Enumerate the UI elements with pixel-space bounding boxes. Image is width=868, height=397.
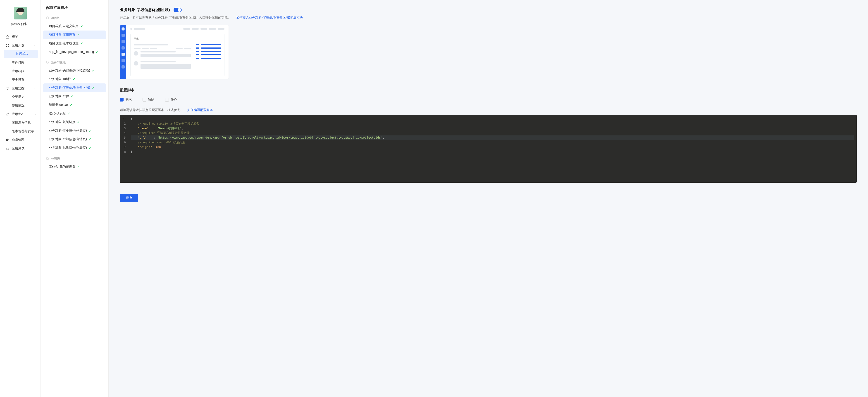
checkbox-icon [165,98,169,101]
cfg-biz-attach[interactable]: 业务对象-附件✓ [41,92,108,101]
save-button[interactable]: 保存 [120,194,138,202]
check-icon: ✓ [70,103,73,107]
check-icon: ✓ [73,77,75,81]
cfg-biz-field-info[interactable]: 业务对象-字段信息(右侧区域)✓ [43,84,106,92]
cfg-biz-attach-info[interactable]: 业务对象-附加信息(详情页)✓ [41,135,108,143]
avatar-block: 体验福利小... [0,7,40,26]
nav-publish-info[interactable]: 应用发布信息 [0,119,40,127]
nav-usage[interactable]: 使用情况 [0,101,40,110]
cfg-workbench-dash[interactable]: 工作台-我的仪表盘✓ [41,163,108,171]
nav-app-perm[interactable]: 应用权限 [0,67,40,75]
check-icon: ✓ [89,146,91,150]
rail-icon [122,53,125,56]
nav-overview[interactable]: 概览 [0,33,40,41]
svg-rect-0 [6,87,9,89]
section-desc: 开启后，将可以拥有从「业务对象-字段信息(右侧区域)」入口呼起应用的功能。 如何… [120,15,857,20]
nav-publish[interactable]: 应用发布 [0,110,40,119]
svg-point-3 [8,139,9,140]
preview-mock: 需求 [120,25,228,79]
check-icon: ✓ [80,25,83,28]
monitor-icon [5,86,9,91]
checkbox-task[interactable]: 任务 [165,98,177,102]
nav-security[interactable]: 安全设置 [0,75,40,84]
nav-monitor[interactable]: 应用监控 [0,84,40,93]
checkbox-icon [143,98,146,101]
sidebar-config: 配置扩展模块 项目级 项目导航-自定义应用✓ 项目设置-应用设置✓ 项目设置-流… [41,0,108,397]
checkbox-defect[interactable]: 缺陷 [143,98,154,102]
check-icon: ✓ [92,86,95,90]
cfg-editor-toolbar[interactable]: 编辑器toolbar✓ [41,101,108,109]
avatar[interactable] [14,7,27,20]
preview-card-label: 需求 [134,37,221,40]
chevron-up-icon [33,44,36,47]
cfg-app-devops-src[interactable]: app_for_devops_source_setting✓ [41,48,108,56]
cfg-biz-copy-link[interactable]: 业务对象-复制链接✓ [41,118,108,126]
hint-link[interactable]: 如何编写配置脚本 [187,108,213,112]
cfg-project-set-app[interactable]: 项目设置-应用设置✓ [43,31,106,39]
rail-icon [122,46,125,49]
checkbox-row: ✓需求 缺陷 任务 [120,98,857,102]
hint: 请填写该需求挂载点的配置脚本，格式参见。 如何编写配置脚本 [120,108,857,112]
checkbox-icon: ✓ [120,98,124,101]
file-icon [46,61,49,64]
check-icon: ✓ [80,42,83,45]
svg-point-2 [6,139,7,140]
doc-link[interactable]: 如何接入业务对象-字段信息(右侧区域)扩展模块 [236,15,303,19]
check-icon: ✓ [77,33,80,37]
rail-icon [122,40,125,43]
avatar-name: 体验福利小... [11,22,30,26]
cfg-biz-head-more[interactable]: 业务对象-头部更多(下拉选项)✓ [41,66,108,75]
main-content: 业务对象-字段信息(右侧区域) 开启后，将可以拥有从「业务对象-字段信息(右侧区… [108,0,868,397]
code-editor[interactable]: 1▾ 2 3 4 5 6 7 8 { //required max:20 详情页… [120,115,857,183]
preview-rail [120,25,126,79]
cfg-biz-more-ops[interactable]: 业务对象-更多操作(列表页)✓ [41,126,108,135]
nav-appdev[interactable]: 应用开发 [0,41,40,50]
script-title: 配置脚本 [120,88,857,93]
page-title: 业务对象-字段信息(右侧区域) [120,7,170,12]
home-icon [5,35,9,39]
check-icon: ✓ [68,112,70,115]
check-icon: ✓ [96,50,98,54]
check-icon: ✓ [92,69,95,72]
group-company: 公司级 [41,155,108,163]
cfg-iter-dashboard[interactable]: 迭代-仪表盘✓ [41,109,108,118]
file-icon [46,16,49,20]
check-icon: ✓ [77,165,80,169]
chevron-up-icon [33,113,36,115]
nav-version-mgmt[interactable]: 版本管理与发布 [0,127,40,136]
checkbox-req[interactable]: ✓需求 [120,98,132,102]
file-icon [46,157,49,160]
cfg-project-set-pipeline[interactable]: 项目设置-流水线设置✓ [41,39,108,48]
enable-toggle[interactable] [174,8,182,12]
check-icon: ✓ [77,120,80,124]
cfg-biz-tab[interactable]: 业务对象-Tab栏✓ [41,75,108,84]
rail-icon [122,34,125,37]
gutter: 1▾ 2 3 4 5 6 7 8 [120,115,128,183]
sidebar-main: 体验福利小... 概览 应用开发 扩展模块 事件订阅 应用权限 安全设置 应用监… [0,0,41,397]
chevron-up-icon [33,87,36,90]
config-title: 配置扩展模块 [41,5,108,14]
cfg-biz-batch-ops[interactable]: 业务对象-批量操作(列表页)✓ [41,143,108,152]
check-icon: ✓ [71,95,73,98]
rail-icon [122,65,125,68]
rail-icon [122,27,125,31]
nav-app-test[interactable]: 应用测试 [0,144,40,153]
nav-member-mgmt[interactable]: 成员管理 [0,136,40,144]
nav-ext-modules[interactable]: 扩展模块 [4,50,38,58]
group-project: 项目级 [41,14,108,22]
cube-icon [5,43,9,47]
cfg-project-nav-custom[interactable]: 项目导航-自定义应用✓ [41,22,108,31]
check-icon: ✓ [89,129,91,132]
rocket-icon [5,112,9,116]
nav-event-sub[interactable]: 事件订阅 [0,58,40,67]
code-body[interactable]: { //required max:20 详情页右侧字段扩展名 "name" : … [128,115,857,183]
rail-icon [122,59,125,62]
nav-change-hist[interactable]: 变更历史 [0,93,40,101]
check-icon: ✓ [89,137,91,141]
flask-icon [5,146,9,151]
users-icon [5,138,9,142]
group-biz: 业务对象级 [41,59,108,66]
